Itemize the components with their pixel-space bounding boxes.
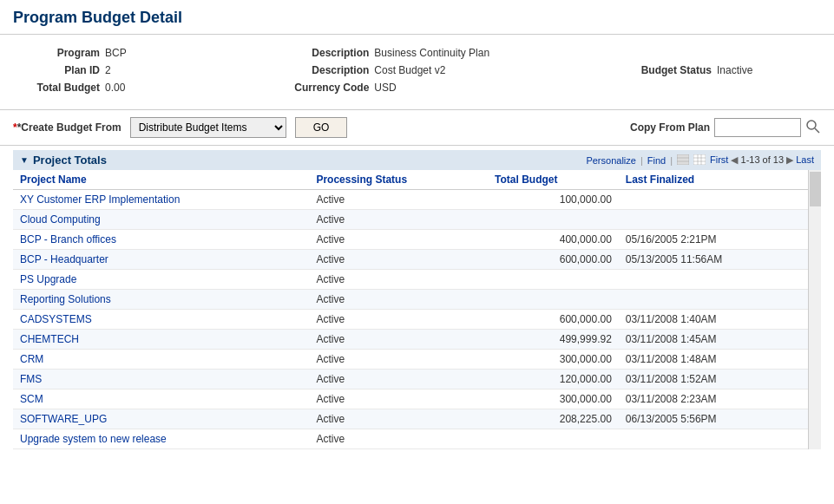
- project-name-cell[interactable]: CRM: [13, 350, 309, 370]
- plan-id-value: 2: [105, 64, 209, 76]
- project-name-link[interactable]: Reporting Solutions: [20, 293, 111, 305]
- view-icon-link[interactable]: [677, 154, 689, 167]
- section-title: ▼ Project Totals: [20, 154, 107, 167]
- last-finalized-cell: 05/16/2005 2:21PM: [619, 230, 807, 250]
- table-row: Cloud ComputingActive: [13, 210, 821, 230]
- project-name-link[interactable]: PS Upgrade: [20, 273, 76, 285]
- last-finalized-cell: [619, 429, 807, 449]
- prev-icon: ◀: [731, 154, 738, 165]
- project-name-link[interactable]: BCP - Headquarter: [20, 253, 108, 265]
- header-section: Program BCP Description Business Continu…: [0, 35, 834, 110]
- separator3: First ◀ 1-13 of 13 ▶ Last: [710, 154, 814, 166]
- project-name-cell[interactable]: Upgrade system to new release: [13, 429, 309, 449]
- table-row: CRMActive300,000.0003/11/2008 1:48AM: [13, 350, 821, 370]
- col-total-budget: Total Budget: [488, 170, 619, 190]
- collapse-icon[interactable]: ▼: [20, 155, 29, 165]
- last-finalized-cell: [619, 190, 807, 210]
- project-name-cell[interactable]: CHEMTECH: [13, 330, 309, 350]
- find-link[interactable]: Find: [647, 155, 666, 166]
- project-name-link[interactable]: CHEMTECH: [20, 333, 79, 345]
- svg-rect-5: [693, 154, 706, 165]
- program-label: Program: [13, 47, 100, 59]
- processing-status-cell: Active: [309, 330, 488, 350]
- project-name-link[interactable]: SOFTWARE_UPG: [20, 413, 107, 425]
- go-button[interactable]: GO: [295, 117, 348, 138]
- controls-section: **Create Budget From Distribute Budget I…: [0, 110, 834, 146]
- processing-status-cell: Active: [309, 429, 488, 449]
- project-name-cell[interactable]: BCP - Headquarter: [13, 250, 309, 270]
- total-budget-cell: 600,000.00: [488, 250, 619, 270]
- table-row: XY Customer ERP ImplementationActive100,…: [13, 190, 821, 210]
- project-name-cell[interactable]: CADSYSTEMS: [13, 310, 309, 330]
- page-title: Program Budget Detail: [0, 0, 834, 35]
- description1-label: Description: [282, 47, 369, 59]
- table-section: ▼ Project Totals Personalize | Find |: [0, 150, 834, 449]
- last-finalized-cell: 03/11/2008 2:23AM: [619, 389, 807, 409]
- processing-status-cell: Active: [309, 310, 488, 330]
- project-name-cell[interactable]: Reporting Solutions: [13, 290, 309, 310]
- create-budget-dropdown-container[interactable]: Distribute Budget Items: [130, 117, 286, 138]
- last-link[interactable]: Last: [796, 154, 814, 165]
- total-budget-cell: [488, 270, 619, 290]
- total-budget-cell: 120,000.00: [488, 370, 619, 389]
- last-finalized-cell: [619, 290, 807, 310]
- table-row: BCP - HeadquarterActive600,000.0005/13/2…: [13, 250, 821, 270]
- separator1: |: [640, 155, 643, 166]
- project-name-cell[interactable]: SCM: [13, 389, 309, 409]
- grid-icon: [693, 154, 706, 165]
- grid-icon-link[interactable]: [693, 154, 706, 167]
- svg-line-1: [815, 128, 819, 133]
- project-name-cell[interactable]: FMS: [13, 370, 309, 389]
- project-name-cell[interactable]: SOFTWARE_UPG: [13, 409, 309, 429]
- budget-status-label: Budget Status: [625, 64, 712, 76]
- project-name-link[interactable]: CADSYSTEMS: [20, 313, 92, 325]
- total-budget-cell: 300,000.00: [488, 350, 619, 370]
- project-name-link[interactable]: Cloud Computing: [20, 213, 101, 226]
- description1-value: Business Continuity Plan: [374, 47, 489, 59]
- total-budget-cell: [488, 290, 619, 310]
- total-budget-value: 0.00: [105, 82, 209, 94]
- copy-from-search-button[interactable]: [805, 119, 821, 137]
- table-row: Reporting SolutionsActive: [13, 290, 821, 310]
- total-budget-cell: 100,000.00: [488, 190, 619, 210]
- project-name-cell[interactable]: PS Upgrade: [13, 270, 309, 290]
- project-name-link[interactable]: SCM: [20, 393, 43, 405]
- project-name-link[interactable]: CRM: [20, 353, 43, 365]
- description2-value: Cost Budget v2: [374, 64, 478, 76]
- svg-rect-2: [677, 154, 689, 165]
- project-name-link[interactable]: Upgrade system to new release: [20, 433, 167, 445]
- last-finalized-cell: [619, 210, 807, 230]
- table-row: CHEMTECHActive499,999.9203/11/2008 1:45A…: [13, 330, 821, 350]
- scrollbar[interactable]: [808, 170, 821, 449]
- table-row: BCP - Branch officesActive400,000.0005/1…: [13, 230, 821, 250]
- project-name-link[interactable]: XY Customer ERP Implementation: [20, 193, 180, 206]
- processing-status-cell: Active: [309, 409, 488, 429]
- total-budget-cell: 600,000.00: [488, 310, 619, 330]
- processing-status-cell: Active: [309, 190, 488, 210]
- create-budget-text: *Create Budget From: [17, 121, 121, 134]
- scrollbar-thumb[interactable]: [810, 172, 821, 206]
- project-name-cell[interactable]: XY Customer ERP Implementation: [13, 190, 309, 210]
- svg-point-0: [807, 121, 816, 129]
- first-link[interactable]: First: [710, 154, 728, 165]
- description2-label: Description: [282, 64, 369, 76]
- project-name-link[interactable]: BCP - Branch offices: [20, 233, 116, 245]
- create-budget-dropdown[interactable]: Distribute Budget Items: [130, 117, 286, 138]
- processing-status-cell: Active: [309, 290, 488, 310]
- currency-code-label: Currency Code: [282, 82, 369, 94]
- project-name-link[interactable]: FMS: [20, 373, 42, 385]
- page-info: 1-13 of 13: [741, 154, 785, 165]
- copy-from-input[interactable]: [714, 118, 801, 137]
- project-name-cell[interactable]: Cloud Computing: [13, 210, 309, 230]
- project-name-cell[interactable]: BCP - Branch offices: [13, 230, 309, 250]
- table-row: CADSYSTEMSActive600,000.0003/11/2008 1:4…: [13, 310, 821, 330]
- total-budget-cell: 400,000.00: [488, 230, 619, 250]
- next-icon: ▶: [786, 154, 793, 165]
- table-header-bar: ▼ Project Totals Personalize | Find |: [13, 150, 821, 170]
- personalize-link[interactable]: Personalize: [586, 155, 635, 166]
- last-finalized-cell: [619, 270, 807, 290]
- view-icon: [677, 154, 689, 165]
- currency-code-value: USD: [374, 82, 478, 94]
- program-value: BCP: [105, 47, 209, 59]
- total-budget-label: Total Budget: [13, 82, 100, 94]
